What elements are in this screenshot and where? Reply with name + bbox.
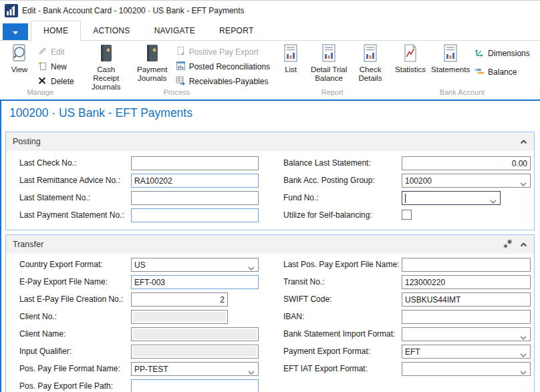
transfer-section: Transfer Country Export Format: US Last …	[5, 234, 535, 392]
pos-pay-file-format-name-label: Pos. Pay File Format Name:	[19, 362, 130, 375]
input-qualifier-input	[131, 345, 259, 359]
input-qualifier-label: Input Qualifier:	[19, 345, 130, 358]
transfer-section-title: Transfer	[13, 240, 43, 249]
country-export-format-dropdown[interactable]: US	[131, 258, 259, 272]
pos-pay-export-file-path-label: Pos. Pay Export File Path:	[19, 379, 130, 392]
edit-pencil-icon	[37, 46, 47, 58]
swift-code-label: SWIFT Code:	[283, 292, 398, 306]
statistics-line-chart-icon	[402, 43, 419, 64]
tab-actions[interactable]: ACTIONS	[81, 21, 142, 41]
pos-pay-export-file-path-input[interactable]	[131, 379, 259, 392]
swift-code-input[interactable]: USBKUS44IMT	[402, 292, 531, 307]
positive-pay-export-button[interactable]: Positive Pay Export	[173, 45, 273, 59]
last-epay-file-creation-no-input[interactable]: 2	[131, 292, 228, 307]
balance-last-statement-input[interactable]: 0.00	[402, 156, 531, 170]
tab-home[interactable]: HOME	[31, 21, 81, 41]
country-export-format-label: Country Export Format:	[19, 258, 130, 271]
transfer-section-header[interactable]: Transfer	[6, 235, 534, 254]
nav-bar-chart-icon	[5, 4, 18, 17]
ribbon-accent-line	[0, 100, 540, 101]
last-statement-no-input[interactable]	[131, 191, 259, 205]
ribbon-group-manage: View Edit New	[4, 41, 77, 100]
chevron-down-icon	[248, 263, 255, 272]
page-title: 100200 · US Bank - EFT Payments	[9, 106, 192, 120]
bank-acc-posting-group-label: Bank Acc. Posting Group:	[283, 174, 398, 187]
utilize-self-balancing-checkbox[interactable]	[402, 210, 412, 220]
chevron-up-icon[interactable]	[520, 137, 527, 146]
ribbon-group-label-bank-account: Bank Account	[392, 87, 533, 98]
last-pos-pay-export-file-name-label: Last Pos. Pay Export File Name:	[283, 258, 398, 271]
last-remittance-advice-no-label: Last Remittance Advice No.:	[19, 174, 130, 187]
detail-trial-balance-button[interactable]: Detail Trial Balance	[305, 42, 353, 83]
eft-iat-export-format-dropdown[interactable]	[402, 362, 531, 376]
epay-export-file-name-input[interactable]: EFT-003	[131, 275, 259, 289]
transit-no-input[interactable]: 123000220	[402, 275, 531, 289]
cash-receipt-journals-button[interactable]: Cash Receipt Journals	[81, 42, 132, 92]
view-magnifier-document-icon	[10, 43, 29, 64]
report-chart-page-icon	[442, 43, 459, 64]
eft-iat-export-format-label: EFT IAT Export Format:	[283, 362, 398, 375]
payment-export-format-dropdown[interactable]: EFT	[402, 345, 531, 359]
epay-export-file-name-label: E-Pay Export File Name:	[19, 275, 130, 288]
pos-pay-file-format-name-dropdown[interactable]: PP-TEST	[131, 362, 259, 376]
dimensions-axes-icon	[475, 47, 485, 59]
chevron-down-icon	[12, 26, 19, 38]
posting-section: Posting Last Check No.: Balance Last Sta…	[5, 132, 535, 230]
tab-report[interactable]: REPORT	[207, 21, 266, 41]
ribbon-tab-bar: HOME ACTIONS NAVIGATE REPORT	[0, 21, 540, 41]
posting-section-header[interactable]: Posting	[6, 132, 534, 151]
receivables-payables-button[interactable]: Receivables-Payables	[173, 74, 273, 89]
edit-button[interactable]: Edit	[35, 45, 77, 59]
last-pos-pay-export-file-name-input[interactable]	[402, 258, 531, 272]
bank-acc-posting-group-dropdown[interactable]: 100200	[402, 174, 531, 188]
text-cursor	[405, 194, 406, 203]
last-check-no-label: Last Check No.:	[19, 156, 130, 170]
new-button[interactable]: New	[35, 59, 77, 74]
new-document-icon	[37, 61, 47, 73]
export-document-icon	[176, 46, 186, 58]
statements-button[interactable]: Statements	[429, 42, 472, 75]
report-chart-page-icon	[362, 43, 379, 64]
fund-no-dropdown[interactable]	[402, 191, 501, 205]
ribbon-group-truncated: S	[537, 41, 540, 100]
delete-button[interactable]: Delete	[35, 74, 77, 89]
chevron-down-icon	[520, 350, 527, 359]
payment-journals-button[interactable]: Payment Journals	[132, 42, 173, 83]
chart-document-icon	[176, 61, 186, 73]
report-chart-page-icon	[282, 43, 299, 64]
balance-button[interactable]: Balance	[472, 65, 533, 79]
journal-book-icon	[144, 43, 161, 64]
client-no-label: Client No.:	[19, 310, 130, 323]
ribbon-group-label-report: Report	[277, 87, 388, 98]
last-remittance-advice-no-input[interactable]: RA100202	[131, 174, 259, 188]
bank-statement-import-format-label: Bank Statement Import Format:	[283, 327, 398, 341]
view-button[interactable]: View	[4, 42, 35, 75]
ribbon-group-label-manage: Manage	[4, 87, 77, 98]
client-name-input	[131, 327, 259, 341]
ribbon-group-report: List Detail Trial Balance Check Details …	[277, 41, 388, 100]
last-payment-statement-no-input[interactable]	[131, 208, 259, 222]
balance-bars-icon	[475, 66, 485, 78]
chevron-up-icon[interactable]	[520, 240, 527, 249]
statistics-button[interactable]: Statistics	[392, 42, 429, 75]
report-chart-page-icon	[320, 43, 338, 64]
table-arrows-icon	[176, 75, 186, 87]
iban-input[interactable]	[402, 310, 531, 324]
application-menu-button[interactable]	[3, 23, 28, 40]
bank-statement-import-format-dropdown[interactable]	[402, 327, 531, 341]
last-check-no-input[interactable]	[131, 156, 259, 170]
list-button[interactable]: List	[277, 42, 305, 75]
iban-label: IBAN:	[283, 310, 398, 323]
dimensions-button[interactable]: Dimensions	[472, 46, 533, 61]
gears-icon[interactable]	[503, 238, 513, 251]
title-bar: Edit - Bank Account Card - 100200 · US B…	[0, 1, 540, 21]
fund-no-label: Fund No.:	[283, 191, 398, 204]
chevron-down-icon	[490, 196, 497, 206]
check-details-button[interactable]: Check Details	[353, 42, 388, 83]
last-statement-no-label: Last Statement No.:	[19, 191, 130, 204]
chevron-down-icon	[520, 367, 527, 377]
posted-reconciliations-button[interactable]: Posted Reconciliations	[173, 59, 273, 74]
chevron-down-icon	[520, 179, 527, 188]
transit-no-label: Transit No.:	[283, 275, 398, 288]
tab-navigate[interactable]: NAVIGATE	[142, 21, 207, 41]
